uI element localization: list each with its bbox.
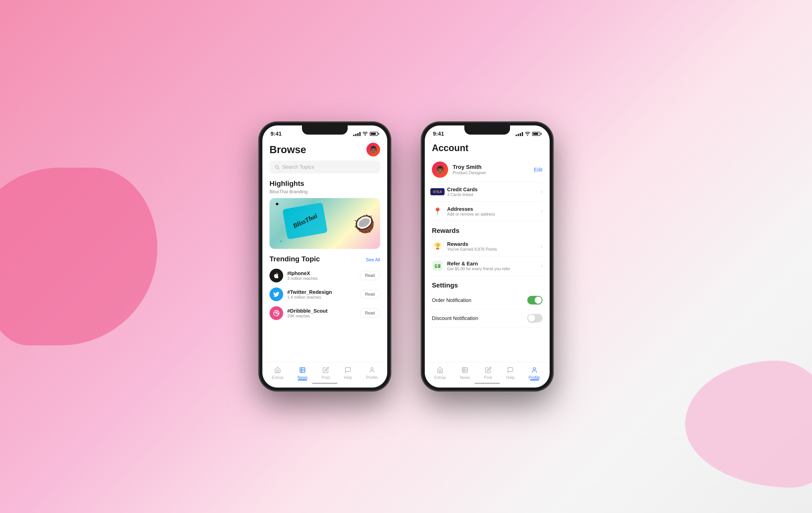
edit-button[interactable]: Edit	[534, 167, 543, 173]
rewards-info: Rewards You've Earned 8,876 Points	[447, 241, 537, 252]
nav-help-account[interactable]: Help	[506, 366, 515, 380]
addresses-chevron: ›	[541, 208, 543, 215]
nav-help-browse[interactable]: Help	[344, 366, 352, 380]
search-bar[interactable]: Search Topics	[269, 161, 380, 173]
discount-notification-toggle[interactable]	[527, 314, 543, 323]
svg-point-11	[533, 368, 535, 370]
dot-deco: ●	[280, 239, 283, 244]
profile-role: Product Designer	[453, 170, 529, 176]
post-svg-browse	[322, 367, 329, 373]
news-svg-account	[462, 367, 468, 373]
refer-earn-row[interactable]: 💵 Refer & Earn Get $5.00 for every frien…	[432, 256, 543, 276]
post-svg-account	[485, 367, 492, 373]
news-icon-browse	[298, 366, 307, 374]
refer-icon-container: 💵	[432, 260, 443, 271]
read-btn-iphonex[interactable]: Read	[360, 271, 380, 280]
read-btn-twitter[interactable]: Read	[360, 290, 380, 299]
nav-post-account[interactable]: Post	[484, 366, 492, 380]
account-content: Account 👨🏾 Troy Smith Product Designer E…	[425, 139, 550, 367]
wifi-icon	[362, 132, 368, 136]
nav-news-browse[interactable]: News	[297, 366, 308, 380]
signal-bar-3	[357, 133, 358, 136]
apple-icon	[269, 269, 283, 282]
browse-title: Browse	[269, 144, 306, 156]
svg-rect-2	[300, 368, 305, 373]
nav-label-eshop-account: Eshop	[434, 375, 446, 380]
signal-bar-a2	[518, 134, 519, 136]
credit-cards-row[interactable]: VISA Credit Cards 3 Cards linked ›	[432, 182, 543, 201]
nav-news-account[interactable]: News	[460, 366, 470, 380]
bliss-thai-text: BlissThai	[292, 212, 318, 230]
dribbble-svg	[273, 310, 280, 316]
svg-line-1	[278, 168, 279, 169]
highlights-image: BlissThai 🥥 ✦ ●	[269, 198, 380, 249]
credit-cards-subtitle: 3 Cards linked	[447, 192, 537, 197]
rewards-row[interactable]: 🏆 Rewards You've Earned 8,876 Points ›	[432, 237, 543, 256]
nav-eshop-browse[interactable]: Eshop	[272, 366, 284, 380]
location-icon: 📍	[433, 207, 442, 216]
order-notification-toggle[interactable]	[527, 296, 543, 304]
nav-label-help-browse: Help	[344, 375, 352, 380]
rewards-section-title: Rewards	[432, 221, 543, 237]
browse-content: Browse 👨🏾 Search Topics Highlights Bliss…	[262, 139, 387, 367]
wifi-icon-account	[525, 132, 530, 136]
notch-account	[464, 126, 510, 135]
twitter-svg	[273, 291, 280, 297]
scroll-indicator-browse	[312, 383, 338, 384]
nav-profile-browse[interactable]: Profile	[366, 366, 378, 380]
nav-label-help-account: Help	[506, 375, 515, 380]
signal-bar-a1	[516, 135, 517, 136]
status-time-account: 9:41	[433, 131, 444, 137]
profile-name: Troy Smith	[453, 164, 529, 170]
search-icon	[274, 165, 280, 170]
account-screen: 9:41	[425, 126, 550, 387]
battery-browse	[370, 132, 379, 136]
addresses-row[interactable]: 📍 Addresses Add or remove an address ›	[432, 201, 543, 221]
nav-label-eshop-browse: Eshop	[272, 375, 284, 380]
signal-bars	[353, 132, 360, 136]
credit-cards-info: Credit Cards 3 Cards linked	[447, 187, 537, 197]
nav-active-indicator-browse	[298, 379, 307, 380]
trophy-icon-container: 🏆	[432, 241, 443, 252]
signal-bar-2	[355, 134, 356, 136]
help-svg-account	[507, 367, 514, 373]
topic-name-iphonex: #IphoneX	[287, 270, 356, 276]
topic-info-iphonex: #IphoneX 3 million reaches	[287, 270, 356, 281]
news-icon-account	[461, 366, 469, 374]
order-notification-label: Order Notification	[432, 297, 471, 303]
discount-notification-row: Discount Notification	[432, 309, 543, 327]
location-icon-container: 📍	[432, 206, 443, 217]
notch	[302, 126, 348, 135]
shop-icon-browse	[273, 366, 282, 374]
help-svg-browse	[345, 367, 351, 373]
nav-eshop-account[interactable]: Eshop	[434, 366, 446, 380]
nav-label-post-account: Post	[484, 375, 492, 380]
status-icons-browse	[353, 132, 379, 136]
topic-reach-dribbble: 20K reaches	[287, 314, 356, 319]
nav-post-browse[interactable]: Post	[322, 366, 330, 380]
highlights-title: Highlights	[269, 180, 380, 188]
bg-blob-right	[685, 361, 812, 488]
discount-toggle-knob	[528, 315, 535, 322]
browse-avatar[interactable]: 👨🏾	[367, 143, 380, 157]
visa-icon: VISA	[430, 188, 445, 195]
status-time-browse: 9:41	[270, 131, 282, 137]
discount-notification-label: Discount Notification	[432, 316, 478, 321]
visa-icon-container: VISA	[432, 186, 443, 197]
search-placeholder: Search Topics	[282, 164, 314, 170]
see-all-btn[interactable]: See All	[366, 257, 380, 263]
nav-profile-account[interactable]: Profile	[528, 366, 540, 380]
credit-cards-chevron: ›	[541, 188, 543, 195]
profile-info: Troy Smith Product Designer	[453, 164, 529, 176]
read-btn-dribbble[interactable]: Read	[360, 308, 380, 318]
coconut-emoji: 🥥	[353, 213, 375, 234]
topic-item-twitter: #Twitter_Redesign 1.4 million reaches Re…	[269, 288, 380, 301]
addresses-subtitle: Add or remove an address	[447, 212, 537, 217]
nav-label-profile-browse: Profile	[366, 375, 378, 380]
topic-info-twitter: #Twitter_Redesign 1.4 million reaches	[287, 289, 356, 300]
signal-bar-1	[353, 135, 354, 136]
browse-header: Browse 👨🏾	[269, 139, 380, 161]
trending-header: Trending Topic See All	[269, 255, 380, 265]
svg-rect-7	[463, 368, 468, 373]
signal-bar-a4	[522, 132, 523, 136]
